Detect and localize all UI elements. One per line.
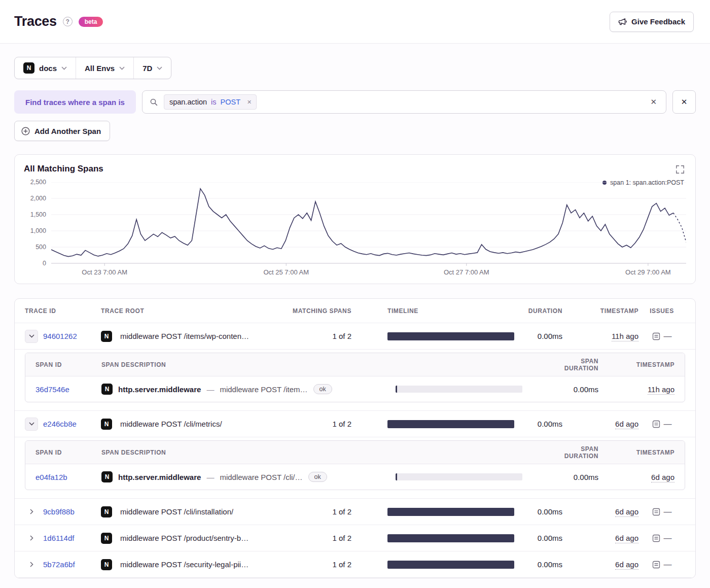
trace-row: 5b72a6bf N middleware POST /security-leg… [15,551,695,578]
span-row: e04fa12b N http.server.middleware — midd… [25,464,685,490]
col-trace-id: TRACE ID [25,307,101,315]
separator-dash: — [206,385,214,394]
issues-dash: — [664,507,672,516]
timestamp-value: 6d ago [615,560,638,570]
span-row: 36d7546e N http.server.middleware — midd… [25,376,685,402]
span-timestamp-value: 11h ago [648,385,674,395]
issues-icon [652,561,660,569]
remove-query-row-button[interactable]: ✕ [672,90,696,114]
col-trace-root: TRACE ROOT [101,307,289,315]
collapse-trace-icon[interactable] [25,418,38,431]
trace-id-link[interactable]: 5b72a6bf [43,560,75,569]
trace-id-link[interactable]: 9cb9f88b [43,507,75,516]
project-logo-icon: N [101,471,113,482]
page-title: Traces [14,14,57,29]
project-label: docs [39,64,57,73]
period-selector[interactable]: 7D [133,57,171,79]
span-description: middleware POST /cli/… [220,473,302,481]
col-span-timestamp: TIMESTAMP [598,449,674,456]
trace-root-label: middleware POST /cli/metrics/ [120,420,222,428]
expand-trace-icon[interactable] [25,505,38,518]
trace-id-link[interactable]: 1d6114df [43,534,74,542]
duration-value: 0.00ms [512,534,562,542]
matching-spans-count: 1 of 2 [289,507,360,516]
chart-title: All Matching Spans [24,164,686,174]
span-operation: http.server.middleware [118,473,201,481]
trace-row: 94601262 N middleware POST /items/wp-con… [15,323,695,350]
y-tick-label: 2,000 [30,195,46,202]
table-header: TRACE ID TRACE ROOT MATCHING SPANS TIMEL… [15,299,695,323]
span-duration-value: 0.00ms [548,473,598,481]
expand-trace-icon[interactable] [25,558,38,571]
chevron-down-icon [119,66,125,70]
timeline-bar [387,561,514,569]
expand-trace-icon[interactable] [25,532,38,545]
span-duration-value: 0.00ms [548,385,598,394]
col-timeline: TIMELINE [360,307,512,315]
issues-icon [652,420,660,428]
col-span-description: SPAN DESCRIPTION [101,361,396,368]
environment-selector[interactable]: All Envs [76,57,133,79]
y-tick-label: 500 [36,244,46,251]
search-token[interactable]: span.action is POST ✕ [164,94,257,110]
timeline-bar [387,534,514,542]
chart-line-tail [673,213,686,243]
give-feedback-button[interactable]: Give Feedback [610,12,694,32]
project-logo-icon: N [101,559,112,570]
issues-dash: — [664,560,672,569]
trace-root-label: middleware POST /security-legal-pii… [120,560,248,569]
span-query-row: Find traces where a span is span.action … [14,90,696,114]
col-duration: DURATION [512,307,562,315]
project-logo-icon: N [101,419,112,430]
col-matching-spans: MATCHING SPANS [289,307,360,315]
collapse-trace-icon[interactable] [25,330,38,343]
page-body: N docs All Envs 7D Find traces where a s… [0,44,710,578]
span-condition-label: Find traces where a span is [14,90,136,114]
y-tick-label: 1,000 [30,227,46,234]
chart-gridlines [51,182,686,266]
help-icon[interactable]: ? [63,17,73,26]
span-id-link[interactable]: e04fa12b [36,473,101,481]
issues-icon [652,332,660,340]
spans-chart-card: All Matching Spans span 1: span.action:P… [14,154,696,284]
span-id-link[interactable]: 36d7546e [36,385,101,394]
chart-x-label: Oct 27 7:00 AM [444,268,489,276]
page-header: Traces ? beta Give Feedback [0,0,710,44]
col-span-duration: SPAN DURATION [548,358,598,372]
duration-value: 0.00ms [512,420,562,428]
beta-badge: beta [79,17,103,27]
chart-plot: Oct 23 7:00 AM Oct 25 7:00 AM Oct 27 7:0… [51,182,686,281]
fullscreen-icon[interactable] [674,163,687,176]
token-operator: is [211,98,216,106]
clear-search-icon[interactable]: ✕ [648,95,659,109]
span-timestamp-value: 6d ago [651,473,674,482]
token-value: POST [221,98,240,106]
issues-indicator: — [652,332,672,341]
y-tick-label: 1,500 [30,211,46,218]
y-tick-label: 0 [43,260,46,267]
spans-subtable: SPAN ID SPAN DESCRIPTION SPAN DURATION T… [15,437,695,499]
span-description: middleware POST /item… [220,385,307,394]
chart-body: 2,500 2,000 1,500 1,000 500 0 Oct 23 7:0… [24,182,686,281]
token-remove-icon[interactable]: ✕ [244,99,254,106]
trace-root-label: middleware POST /items/wp-conten… [120,332,249,340]
trace-id-link[interactable]: e246cb8e [43,420,77,428]
matching-spans-count: 1 of 2 [289,332,360,340]
project-selector[interactable]: N docs [15,57,76,79]
chart-line [51,189,673,257]
add-another-span-button[interactable]: Add Another Span [14,121,110,141]
trace-id-link[interactable]: 94601262 [43,332,77,340]
page-filters: N docs All Envs 7D [14,57,171,79]
span-search-input[interactable]: span.action is POST ✕ ✕ [142,90,666,114]
span-timeline-bar [396,473,522,480]
col-timestamp: TIMESTAMP [562,307,638,315]
timestamp-value: 6d ago [615,534,638,543]
add-span-label: Add Another Span [34,127,101,135]
issues-icon [652,534,660,542]
chart-y-axis: 2,500 2,000 1,500 1,000 500 0 [24,182,51,263]
add-span-row: Add Another Span [14,121,696,141]
col-span-timestamp: TIMESTAMP [598,361,674,368]
chart-x-label: Oct 25 7:00 AM [263,268,309,276]
timestamp-value: 11h ago [612,332,638,341]
y-tick-label: 2,500 [30,179,46,186]
